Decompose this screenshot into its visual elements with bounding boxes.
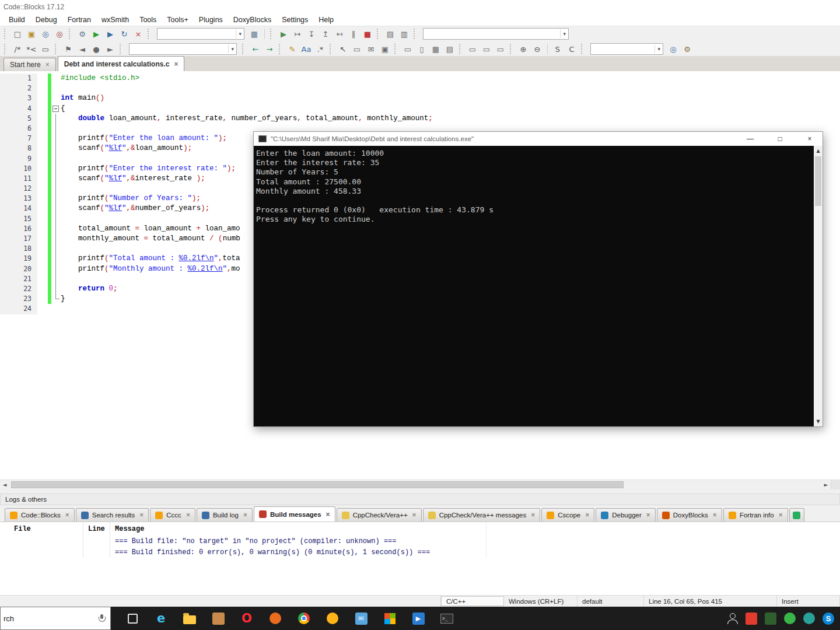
debug-windows-button[interactable]: ▤ bbox=[384, 27, 397, 40]
toggle-comment-button[interactable]: ▭ bbox=[39, 43, 52, 55]
highlight-button[interactable]: ✎ bbox=[286, 43, 299, 55]
vbox-widget-button[interactable]: ▯ bbox=[415, 43, 428, 55]
log-tab-build-messages[interactable]: Build messages× bbox=[254, 506, 335, 522]
close-icon[interactable]: × bbox=[326, 510, 330, 519]
scroll-left-icon[interactable]: ◄ bbox=[0, 482, 9, 488]
pointer-tool-button[interactable]: ↖ bbox=[337, 43, 349, 55]
close-icon[interactable]: × bbox=[243, 511, 247, 519]
file-explorer-icon[interactable] bbox=[183, 611, 197, 625]
close-icon[interactable]: × bbox=[65, 511, 69, 519]
list-widget-button[interactable]: ▭ bbox=[480, 43, 493, 55]
next-line-button[interactable]: ↧ bbox=[305, 27, 318, 40]
horizontal-scrollbar[interactable]: ◄ ► bbox=[0, 480, 840, 489]
new-file-button[interactable]: □ bbox=[11, 27, 24, 40]
minimize-button[interactable]: — bbox=[737, 132, 763, 146]
edge-icon[interactable]: e bbox=[154, 611, 168, 625]
pause-debug-button[interactable]: ‖ bbox=[347, 27, 360, 40]
debug-target-combo[interactable]: ▾ bbox=[423, 28, 569, 40]
search-settings-button[interactable]: ⚙ bbox=[681, 43, 694, 55]
log-tab-extra[interactable] bbox=[789, 508, 804, 522]
spell-check-button[interactable]: S bbox=[551, 43, 564, 55]
compile-file-button[interactable]: ▦ bbox=[248, 27, 261, 40]
opera-icon[interactable]: O bbox=[240, 611, 254, 625]
menu-item-tools[interactable]: Tools+ bbox=[162, 14, 193, 26]
find-in-files-button[interactable]: ◎ bbox=[53, 27, 66, 40]
build-target-combo[interactable]: ▾ bbox=[157, 28, 244, 40]
maximize-button[interactable]: □ bbox=[767, 132, 793, 146]
microphone-icon[interactable] bbox=[99, 614, 104, 622]
mail-app-icon[interactable]: ✉ bbox=[354, 611, 368, 625]
tray-dark-green-icon[interactable] bbox=[765, 612, 776, 624]
close-icon[interactable]: × bbox=[646, 511, 650, 519]
notebook-widget-button[interactable]: ▤ bbox=[443, 43, 456, 55]
run-to-cursor-button[interactable]: ↦ bbox=[291, 27, 304, 40]
close-icon[interactable]: × bbox=[779, 511, 783, 519]
incremental-search-button[interactable]: ◎ bbox=[667, 43, 680, 55]
log-tab-search-results[interactable]: Search results× bbox=[76, 508, 149, 522]
zoom-out-button[interactable]: ⊖ bbox=[531, 43, 544, 55]
movies-app-icon[interactable]: ▶ bbox=[411, 611, 425, 625]
run-button[interactable]: ▶ bbox=[90, 27, 103, 40]
panel-widget-button[interactable]: ▣ bbox=[379, 43, 391, 55]
close-icon[interactable]: × bbox=[186, 511, 190, 519]
open-file-button[interactable]: ▣ bbox=[25, 27, 38, 40]
console-scrollbar[interactable]: ▲ ▼ bbox=[814, 146, 822, 426]
mail-widget-button[interactable]: ✉ bbox=[365, 43, 377, 55]
frame-widget-button[interactable]: ▭ bbox=[351, 43, 363, 55]
log-tab-code-blocks[interactable]: Code::Blocks× bbox=[5, 508, 75, 522]
next-bookmark-button[interactable]: ► bbox=[104, 43, 117, 55]
clear-bookmarks-button[interactable]: ● bbox=[90, 43, 103, 55]
menu-item-settings[interactable]: Settings bbox=[276, 14, 313, 26]
close-icon[interactable]: × bbox=[713, 511, 717, 519]
combo-widget-button[interactable]: ▭ bbox=[466, 43, 479, 55]
tray-red-icon[interactable] bbox=[746, 612, 757, 624]
debug-run-button[interactable]: ▶ bbox=[277, 27, 290, 40]
console-app-icon[interactable]: >_ bbox=[440, 611, 454, 625]
stream-comment-button[interactable]: *< bbox=[25, 43, 38, 55]
close-button[interactable]: × bbox=[797, 132, 822, 146]
log-tab-cppcheck-vera-[interactable]: CppCheck/Vera++× bbox=[337, 508, 422, 522]
close-icon[interactable]: × bbox=[531, 511, 535, 519]
log-tab-debugger[interactable]: Debugger× bbox=[596, 508, 656, 522]
editor-tab-1[interactable]: Debt and interest calculations.c× bbox=[58, 56, 185, 71]
console-title-bar[interactable]: "C:\Users\Md Sharif Mia\Desktop\Debt and… bbox=[254, 132, 822, 146]
console-window[interactable]: "C:\Users\Md Sharif Mia\Desktop\Debt and… bbox=[253, 131, 823, 427]
column-header-file[interactable]: File bbox=[0, 522, 83, 536]
block-comment-button[interactable]: /* bbox=[11, 43, 24, 55]
hbox-widget-button[interactable]: ▭ bbox=[401, 43, 414, 55]
rebuild-button[interactable]: ↻ bbox=[118, 27, 131, 40]
chrome-icon[interactable] bbox=[297, 611, 311, 625]
menu-item-help[interactable]: Help bbox=[313, 14, 339, 26]
menu-item-doxyblocks[interactable]: DoxyBlocks bbox=[228, 14, 276, 26]
log-tab-cscope[interactable]: Cscope× bbox=[541, 508, 594, 522]
column-header-message[interactable]: Message bbox=[110, 522, 487, 536]
menu-item-wxsmith[interactable]: wxSmith bbox=[96, 14, 134, 26]
build-button[interactable]: ⚙ bbox=[76, 27, 89, 40]
people-icon[interactable] bbox=[726, 612, 738, 624]
bookmark-button[interactable]: ⚑ bbox=[62, 43, 75, 55]
logs-panel-header[interactable]: Logs & others bbox=[0, 494, 840, 505]
go-back-button[interactable]: ← bbox=[249, 43, 262, 55]
close-tab-icon[interactable]: × bbox=[46, 61, 50, 69]
search-combo[interactable]: ▾ bbox=[590, 43, 663, 55]
scroll-down-icon[interactable]: ▼ bbox=[816, 416, 820, 426]
change-font-button[interactable]: Aa bbox=[300, 43, 313, 55]
close-icon[interactable]: × bbox=[412, 511, 416, 519]
grid-widget-button[interactable]: ▦ bbox=[429, 43, 442, 55]
log-tab-cppcheck-vera-messages[interactable]: CppCheck/Vera++ messages× bbox=[423, 508, 541, 522]
log-tab-cccc[interactable]: Cccc× bbox=[150, 508, 195, 522]
tray-teal-icon[interactable] bbox=[803, 612, 815, 624]
app-orange-icon[interactable] bbox=[268, 611, 282, 625]
skype-icon[interactable]: S bbox=[822, 612, 834, 624]
code-completion-combo[interactable]: ▾ bbox=[129, 43, 237, 55]
menu-item-plugins[interactable]: Plugins bbox=[194, 14, 228, 26]
step-into-button[interactable]: ↥ bbox=[319, 27, 332, 40]
close-icon[interactable]: × bbox=[139, 511, 144, 519]
taskbar-search[interactable]: rch bbox=[0, 607, 111, 630]
log-tab-doxyblocks[interactable]: DoxyBlocks× bbox=[657, 508, 722, 522]
tray-green-icon[interactable] bbox=[784, 612, 796, 624]
ms-apps-icon[interactable] bbox=[383, 611, 397, 625]
scrollbar-thumb[interactable] bbox=[815, 156, 821, 206]
stop-debug-button[interactable]: ■ bbox=[361, 27, 374, 40]
store-app-icon[interactable] bbox=[211, 611, 225, 625]
